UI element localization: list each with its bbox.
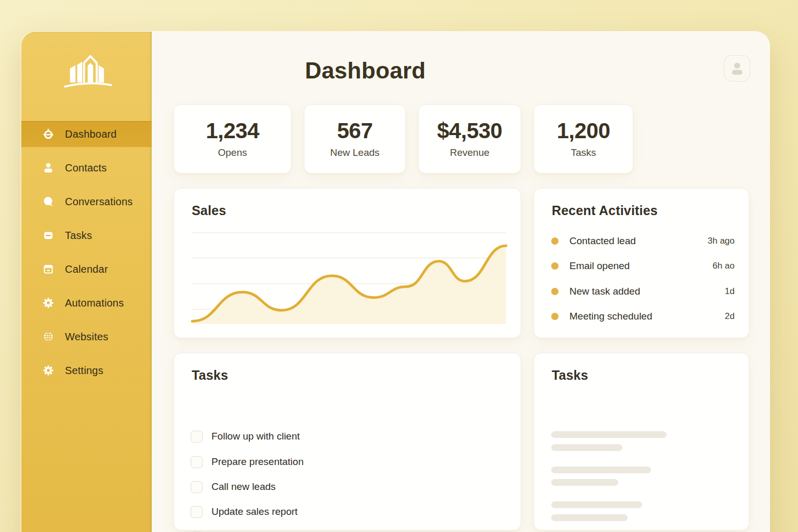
- skeleton-bar: [551, 501, 642, 508]
- task-row[interactable]: Update sales report: [191, 504, 298, 519]
- tasks-card: Tasks Follow up with client Prepare pres…: [174, 353, 521, 530]
- stat-label: Tasks: [571, 147, 596, 158]
- activity-bullet-icon: [551, 262, 558, 270]
- task-label: Update sales report: [211, 506, 298, 517]
- main-content: Dashboard 1,234 Opens 567 New Leads $4,5…: [152, 32, 769, 532]
- task-label: Follow up with client: [211, 431, 300, 442]
- skeleton-bar: [551, 479, 618, 486]
- sidebar-item-dashboard[interactable]: Dashboard: [21, 121, 152, 147]
- activity-label: New task added: [569, 286, 725, 297]
- activity-time: 3h ago: [708, 236, 735, 246]
- chat-bubble-icon: [42, 195, 55, 208]
- sidebar-item-label: Settings: [65, 365, 103, 377]
- sidebar-item-label: Contacts: [65, 162, 107, 174]
- stat-card-new-leads: 567 New Leads: [304, 104, 406, 174]
- activity-label: Email opened: [569, 260, 712, 272]
- stat-value: $4,530: [437, 120, 502, 142]
- sidebar-item-label: Calendar: [65, 263, 108, 275]
- task-row[interactable]: Call new leads: [191, 480, 276, 494]
- task-checkbox[interactable]: [191, 506, 203, 518]
- sidebar-item-tasks[interactable]: Tasks: [21, 222, 152, 248]
- activity-label: Meeting scheduled: [569, 311, 725, 322]
- activity-bullet-icon: [551, 288, 558, 295]
- sidebar-nav: Dashboard Contacts Con: [21, 121, 152, 391]
- sidebar-item-automations[interactable]: Automations: [21, 290, 152, 316]
- task-row[interactable]: Prepare presentation: [191, 455, 303, 469]
- task-checkbox[interactable]: [191, 456, 203, 468]
- buildings-logo: [62, 51, 112, 90]
- calendar-icon: [42, 263, 55, 275]
- task-row[interactable]: Follow up with client: [191, 429, 300, 444]
- sales-card: Sales: [174, 188, 521, 338]
- gear-icon: [42, 364, 55, 377]
- recent-activities-card: Recent Activities Contacted lead 3h ago …: [534, 188, 749, 338]
- app-window: Dashboard Contacts Con: [21, 31, 770, 532]
- tasks-skeleton-card: Tasks: [534, 353, 749, 530]
- globe-icon: [42, 330, 55, 343]
- recent-activities-title: Recent Activities: [552, 203, 658, 218]
- stat-value: 1,200: [557, 120, 610, 142]
- tasks-card-title: Tasks: [192, 368, 228, 383]
- stat-card-revenue: $4,530 Revenue: [418, 104, 521, 174]
- skeleton-bar: [551, 514, 628, 521]
- sidebar-item-label: Automations: [65, 297, 124, 309]
- stat-card-opens: 1,234 Opens: [174, 104, 291, 174]
- task-row[interactable]: Schedule meeting: [191, 530, 290, 532]
- stat-label: Opens: [218, 147, 247, 158]
- skeleton-bar: [551, 444, 622, 451]
- activity-row: Contacted lead 3h ago: [551, 234, 735, 248]
- sidebar-item-label: Dashboard: [65, 128, 117, 140]
- sidebar: Dashboard Contacts Con: [21, 32, 152, 532]
- stat-value: 1,234: [206, 120, 259, 142]
- sidebar-item-label: Tasks: [65, 230, 92, 242]
- tasks-skeleton-title: Tasks: [552, 368, 588, 383]
- gauge-icon: [42, 128, 55, 140]
- activity-time: 1d: [725, 286, 735, 297]
- activity-row: New task added 1d: [551, 284, 735, 299]
- stat-card-tasks: 1,200 Tasks: [534, 104, 633, 174]
- task-label: Prepare presentation: [211, 456, 303, 468]
- task-checkbox[interactable]: [191, 431, 203, 443]
- sidebar-item-conversations[interactable]: Conversations: [21, 189, 152, 215]
- task-checkbox[interactable]: [191, 481, 203, 493]
- skeleton-bar: [551, 467, 651, 473]
- person-icon: [42, 162, 55, 174]
- activity-bullet-icon: [551, 313, 558, 320]
- stat-value: 567: [337, 120, 373, 142]
- sidebar-item-contacts[interactable]: Contacts: [21, 155, 152, 181]
- avatar-button[interactable]: [724, 55, 750, 82]
- sidebar-item-websites[interactable]: Websites: [21, 324, 152, 350]
- skeleton-bar: [551, 431, 667, 438]
- note-icon: [42, 229, 55, 242]
- activity-label: Contacted lead: [569, 235, 708, 247]
- activity-bullet-icon: [551, 237, 558, 245]
- page-title: Dashboard: [305, 58, 426, 84]
- sidebar-item-label: Conversations: [65, 196, 132, 208]
- activity-row: Meeting scheduled 2d: [551, 309, 735, 324]
- sidebar-item-calendar[interactable]: Calendar: [21, 256, 152, 282]
- stat-label: Revenue: [450, 147, 489, 158]
- task-label: Call new leads: [211, 481, 276, 493]
- sidebar-item-settings[interactable]: Settings: [21, 357, 152, 383]
- sidebar-item-label: Websites: [65, 331, 109, 343]
- activity-time: 2d: [725, 311, 735, 322]
- user-avatar-icon: [728, 60, 746, 77]
- stat-label: New Leads: [330, 147, 379, 158]
- sales-chart: [192, 232, 506, 324]
- activity-row: Email opened 6h ao: [551, 259, 735, 273]
- sales-card-title: Sales: [192, 203, 226, 218]
- gear-icon: [42, 297, 55, 309]
- activity-time: 6h ao: [712, 261, 735, 271]
